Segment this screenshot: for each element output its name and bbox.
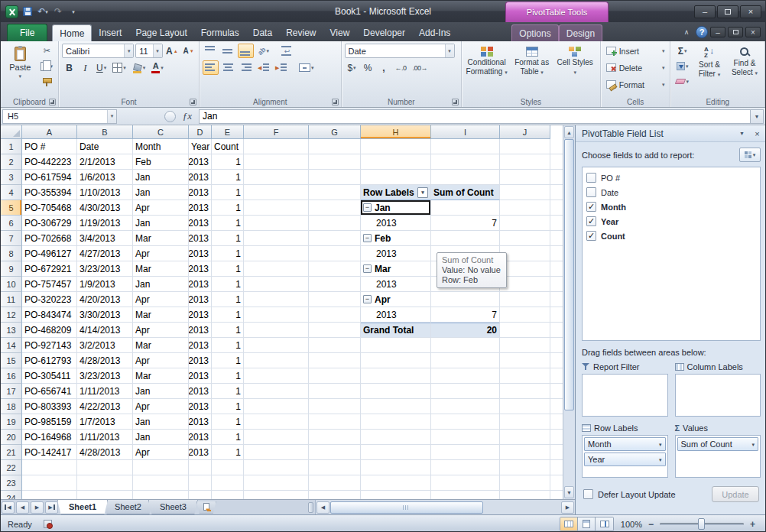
cell-g5[interactable] [309, 200, 361, 216]
cell-a9[interactable]: PO-672921 [22, 261, 77, 277]
zoom-slider[interactable] [660, 523, 744, 525]
cell-e16[interactable]: 1 [212, 368, 244, 384]
formula-input[interactable]: Jan [199, 109, 751, 124]
clipboard-dialog-launcher[interactable] [49, 99, 56, 105]
field-item-year[interactable]: ✓Year [586, 214, 756, 229]
cell-e3[interactable]: 1 [212, 170, 244, 185]
cell-g22[interactable] [309, 460, 361, 475]
cell-b23[interactable] [77, 475, 133, 491]
cell-i3[interactable] [431, 170, 500, 185]
cell-i16[interactable] [431, 368, 500, 384]
cell-g14[interactable] [309, 338, 361, 353]
cell-f8[interactable] [244, 246, 309, 261]
help-button[interactable]: ? [696, 26, 708, 38]
cell-f23[interactable] [244, 475, 309, 491]
cell-j24[interactable] [500, 491, 550, 499]
cell-c9[interactable]: Mar [133, 261, 189, 277]
cell-g17[interactable] [309, 384, 361, 399]
area-field-year[interactable]: Year▾ [584, 453, 666, 466]
area-row-labels-items[interactable]: Month▾Year▾ [582, 435, 668, 478]
cell-e9[interactable]: 1 [212, 261, 244, 277]
cell-h3[interactable] [361, 170, 431, 185]
area-field-sum-of-count[interactable]: Sum of Count▾ [677, 437, 759, 451]
borders-button[interactable]: ▾ [110, 60, 128, 75]
cell-e14[interactable]: 1 [212, 338, 244, 353]
cell-f22[interactable] [244, 460, 309, 475]
cell-e17[interactable]: 1 [212, 384, 244, 399]
cell-f2[interactable] [244, 154, 309, 170]
cell-a11[interactable]: PO-320223 [22, 292, 77, 307]
cell-a19[interactable]: PO-985159 [22, 414, 77, 430]
column-header-b[interactable]: B [77, 125, 133, 139]
cell-e4[interactable]: 1 [212, 185, 244, 200]
pivot-values-header[interactable]: Sum of Count [431, 185, 500, 200]
sort-filter-button[interactable]: AZ↓ Sort & Filter ▾ [693, 44, 726, 96]
cell-c14[interactable]: Mar [133, 338, 189, 353]
grow-font-button[interactable]: A▲ [164, 44, 180, 58]
cell-d12[interactable]: 2013 [189, 307, 212, 323]
comma-style-button[interactable]: , [377, 60, 391, 75]
autosum-dropdown-icon[interactable]: ▾ [684, 48, 687, 54]
fill-color-button[interactable]: ▾ [130, 60, 148, 75]
accounting-format-button[interactable]: $▾ [345, 60, 359, 75]
insert-function-button[interactable] [164, 111, 176, 122]
cell-h12[interactable]: 2013 [361, 307, 431, 323]
field-item-po[interactable]: PO # [586, 170, 756, 185]
cell-c5[interactable]: Apr [133, 200, 189, 216]
tab-review[interactable]: Review [279, 24, 323, 41]
cell-c3[interactable]: Jan [133, 170, 189, 185]
cell-g4[interactable] [309, 185, 361, 200]
cell-a13[interactable]: PO-468209 [22, 323, 77, 338]
cell-d13[interactable]: 2013 [189, 323, 212, 338]
cell-f17[interactable] [244, 384, 309, 399]
cell-f4[interactable] [244, 185, 309, 200]
cell-b5[interactable]: 4/30/2013 [77, 200, 133, 216]
row-header-8[interactable]: 8 [1, 246, 22, 261]
cell-a14[interactable]: PO-927143 [22, 338, 77, 353]
excel-app-icon[interactable] [5, 5, 18, 18]
cell-a10[interactable]: PO-757457 [22, 277, 77, 292]
cell-a6[interactable]: PO-306729 [22, 216, 77, 231]
cell-j15[interactable] [500, 353, 550, 368]
percent-style-button[interactable]: % [361, 60, 375, 75]
cell-e22[interactable] [212, 460, 244, 475]
cell-j6[interactable] [500, 216, 550, 231]
cell-b4[interactable]: 1/10/2013 [77, 185, 133, 200]
font-size-combo[interactable]: 11 ▾ [135, 44, 162, 58]
select-all-corner[interactable] [1, 125, 22, 139]
cell-h24[interactable] [361, 491, 431, 499]
cell-a17[interactable]: PO-656741 [22, 384, 77, 399]
area-column-labels-items[interactable] [675, 374, 761, 417]
cell-b14[interactable]: 3/2/2013 [77, 338, 133, 353]
cell-h2[interactable] [361, 154, 431, 170]
cell-e13[interactable]: 1 [212, 323, 244, 338]
row-header-24[interactable]: 24 [1, 491, 22, 499]
cell-f7[interactable] [244, 231, 309, 246]
row-header-16[interactable]: 16 [1, 368, 22, 384]
fx-icon[interactable]: ƒx [176, 110, 199, 122]
align-left-button[interactable] [203, 60, 219, 75]
row-header-7[interactable]: 7 [1, 231, 22, 246]
workbook-restore-button[interactable] [728, 27, 743, 37]
cell-f18[interactable] [244, 399, 309, 414]
zoom-slider-thumb[interactable] [698, 518, 705, 530]
cell-a3[interactable]: PO-617594 [22, 170, 77, 185]
row-header-1[interactable]: 1 [1, 139, 22, 154]
cell-i11[interactable] [431, 292, 500, 307]
font-name-combo[interactable]: Calibri ▾ [62, 44, 134, 58]
cell-a21[interactable]: PO-142417 [22, 445, 77, 460]
cell-c18[interactable]: Apr [133, 399, 189, 414]
merge-center-button[interactable]: ▾ [297, 60, 316, 75]
page-break-view-button[interactable] [596, 517, 613, 530]
undo-dropdown-icon[interactable]: ▾ [45, 9, 48, 15]
scroll-left-button[interactable]: ◀ [316, 501, 329, 514]
row-header-18[interactable]: 18 [1, 399, 22, 414]
field-checkbox-month[interactable]: ✓ [586, 202, 596, 212]
shrink-font-button[interactable]: A▼ [181, 44, 196, 58]
cell-b10[interactable]: 1/9/2013 [77, 277, 133, 292]
cell-h15[interactable] [361, 353, 431, 368]
cell-h13[interactable]: Grand Total [361, 323, 431, 338]
copy-button[interactable]: ▾ [38, 59, 55, 73]
previous-sheet-button[interactable]: ◀ [16, 501, 29, 514]
cell-c4[interactable]: Jan [133, 185, 189, 200]
